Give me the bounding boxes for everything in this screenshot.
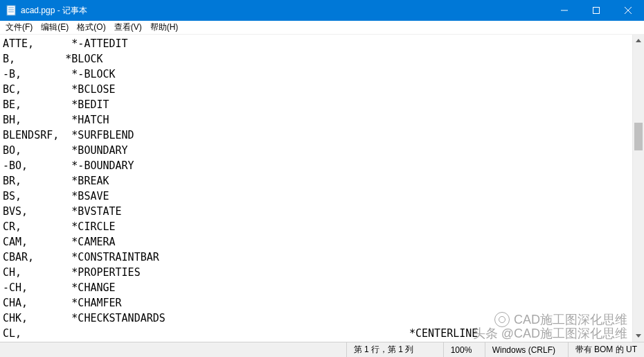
scroll-down-icon[interactable] [633,330,644,342]
menu-format[interactable]: 格式(O) [73,20,109,35]
menu-view[interactable]: 查看(V) [110,20,146,35]
titlebar: acad.pgp - 记事本 [0,0,644,21]
svg-rect-5 [593,8,600,14]
close-button[interactable] [612,0,644,21]
menu-file[interactable]: 文件(F) [1,20,37,35]
status-encoding: 带有 BOM 的 UT [568,342,644,357]
maximize-button[interactable] [580,0,612,21]
status-line-ending: Windows (CRLF) [485,342,568,357]
status-zoom: 100% [443,342,485,357]
menu-edit[interactable]: 编辑(E) [37,20,73,35]
menubar: 文件(F) 编辑(E) 格式(O) 查看(V) 帮助(H) [0,21,644,35]
title-left: acad.pgp - 记事本 [0,5,87,17]
notepad-icon [6,5,17,16]
scroll-up-icon[interactable] [633,35,644,46]
minimize-button[interactable] [548,0,580,21]
editor-area: ATTE, *-ATTEDIT B, *BLOCK -B, *-BLOCK BC… [0,35,644,342]
svg-rect-0 [7,6,15,15]
window-controls [548,0,644,21]
window-title: acad.pgp - 记事本 [21,5,87,17]
status-position: 第 1 行，第 1 列 [346,342,443,357]
text-content[interactable]: ATTE, *-ATTEDIT B, *BLOCK -B, *-BLOCK BC… [0,35,632,342]
scroll-thumb[interactable] [634,123,643,150]
menu-help[interactable]: 帮助(H) [146,20,183,35]
vertical-scrollbar[interactable] [632,35,644,342]
statusbar: 第 1 行，第 1 列 100% Windows (CRLF) 带有 BOM 的… [0,342,644,357]
